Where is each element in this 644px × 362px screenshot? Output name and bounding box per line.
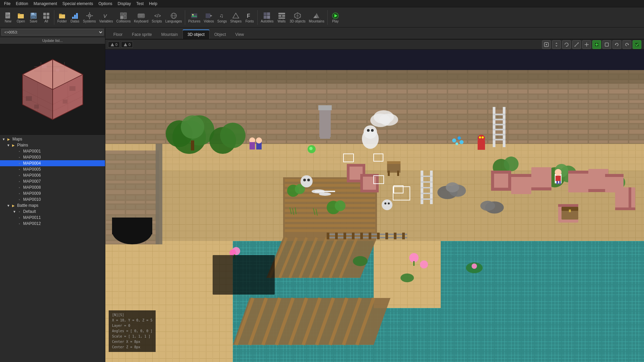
toolbar-new[interactable]: New	[2, 11, 14, 24]
tree-item-map0012[interactable]: ▪ MAP0012	[0, 221, 105, 227]
tree-map-icon-default: ▪	[17, 209, 22, 214]
edit-btn-rect[interactable]	[602, 40, 611, 49]
toolbar-walls[interactable]: Walls	[276, 11, 288, 24]
svg-text:</>: </>	[154, 13, 161, 18]
update-list-button[interactable]: Update list...	[0, 37, 105, 44]
svg-point-288	[480, 201, 495, 211]
svg-rect-190	[347, 164, 350, 182]
tree-area: ▼ ▶ Maps ▼ ▶ Plains ▪ MAP0001 ▪ MAP0003	[0, 135, 105, 362]
tree-map-icon-0007: ▪	[17, 179, 22, 183]
map-view[interactable]: [N][S] X = 10, Y = 0, Z = 5 Layer = 0 An…	[105, 50, 644, 362]
toolbar-open[interactable]: Open	[15, 11, 27, 24]
toolbar-3dobjects[interactable]: 3D objects	[288, 11, 307, 24]
tree-item-map0001[interactable]: ▪ MAP0001	[0, 148, 105, 154]
map-selector-dropdown[interactable]: <>0053:	[1, 29, 104, 36]
tree-item-map0009[interactable]: ▪ MAP0009	[0, 190, 105, 196]
edit-btn-redo[interactable]	[623, 40, 631, 49]
tab-face-sprite[interactable]: Face sprite	[127, 30, 156, 39]
svg-rect-220	[493, 114, 505, 115]
menu-file[interactable]: File	[1, 1, 13, 7]
svg-rect-316	[387, 161, 400, 164]
toolbar-pictures[interactable]: Pictures	[187, 11, 202, 24]
edit-btn-rotate[interactable]	[562, 40, 571, 49]
tree-label-map0007: MAP0007	[23, 179, 41, 184]
svg-rect-87	[34, 105, 39, 109]
toolbar-videos[interactable]: Videos	[202, 11, 215, 24]
toolbar-scripts[interactable]: </> Scripts	[150, 11, 163, 24]
toolbar-autotiles-label: Autotiles	[261, 20, 273, 23]
menu-special-elements[interactable]: Special elements	[60, 1, 96, 7]
edit-btn-scale[interactable]	[572, 40, 581, 49]
menu-options[interactable]: Options	[96, 1, 115, 7]
toolbar-songs[interactable]: ♫ Songs	[216, 11, 228, 24]
coord-x-value: 0	[115, 43, 117, 47]
tree-item-map0008[interactable]: ▪ MAP0008	[0, 184, 105, 190]
svg-rect-231	[421, 193, 433, 194]
svg-rect-212	[605, 174, 624, 177]
tree-item-map0007[interactable]: ▪ MAP0007	[0, 178, 105, 184]
toolbar-collisions[interactable]: Collisions	[115, 11, 132, 24]
edit-btn-select[interactable]	[542, 40, 551, 49]
toolbar-autotiles[interactable]: Autotiles	[259, 11, 275, 24]
edit-btn-move[interactable]	[552, 40, 561, 49]
svg-rect-306	[335, 233, 338, 239]
coord-x-display: 0	[108, 42, 120, 48]
tree-label-plains: Plains	[17, 143, 28, 147]
toolbar-sep2	[185, 10, 185, 25]
edit-btn-undo[interactable]	[612, 40, 621, 49]
tree-item-map0010[interactable]: ▪ MAP0010	[0, 196, 105, 202]
menu-bar: File Edition Management Special elements…	[0, 0, 644, 7]
preview-cube	[16, 53, 90, 126]
menu-edition[interactable]: Edition	[13, 1, 31, 7]
coord-y-value: 0	[128, 43, 130, 47]
tree-folder-default[interactable]: ▼ ▪ Default	[0, 208, 105, 215]
menu-help[interactable]: Help	[146, 1, 160, 7]
svg-point-254	[388, 202, 390, 204]
svg-rect-14	[47, 16, 49, 19]
tree-item-map0004[interactable]: ▪ MAP0004	[0, 160, 105, 166]
tree-item-map0003[interactable]: ▪ MAP0003	[0, 154, 105, 160]
tree-item-map0005[interactable]: ▪ MAP0005	[0, 166, 105, 172]
tree-root-maps[interactable]: ▼ ▶ Maps	[0, 136, 105, 142]
edit-btn-scale2[interactable]	[582, 40, 591, 49]
toolbar-all[interactable]: All	[40, 11, 52, 24]
edit-btn-draw[interactable]	[592, 40, 601, 49]
tree-item-map0011[interactable]: ▪ MAP0011	[0, 215, 105, 221]
tab-object[interactable]: Object	[210, 30, 231, 39]
tree-folder-battlemaps[interactable]: ▼ ▶ Battle maps	[0, 202, 105, 208]
toolbar-systems-label: Systems	[83, 20, 96, 23]
tab-floor[interactable]: Floor	[109, 30, 127, 39]
toolbar-folder[interactable]: Folder	[56, 11, 68, 24]
toolbar-systems[interactable]: Systems	[82, 11, 97, 24]
toolbar-open-label: Open	[17, 20, 25, 23]
svg-rect-2	[6, 15, 9, 16]
toolbar-keyboard[interactable]: Keyboard	[132, 11, 150, 24]
toolbar-save[interactable]: Save	[28, 11, 40, 24]
toolbar-play[interactable]: Play	[329, 11, 341, 24]
tab-mountain[interactable]: Mountain	[157, 30, 182, 39]
tab-view[interactable]: View	[230, 30, 249, 39]
svg-text:V: V	[103, 13, 107, 19]
tree-item-map0006[interactable]: ▪ MAP0006	[0, 172, 105, 178]
menu-display[interactable]: Display	[115, 1, 133, 7]
tree-label-maps: Maps	[12, 137, 22, 141]
edit-btn-confirm[interactable]	[633, 40, 641, 49]
toolbar-variables[interactable]: V Variables	[98, 11, 114, 24]
menu-test[interactable]: Test	[133, 1, 146, 7]
toolbar-shapes[interactable]: Shapes	[229, 11, 243, 24]
toolbar-languages[interactable]: Languages	[164, 11, 183, 24]
svg-rect-196	[376, 174, 379, 192]
svg-point-173	[181, 115, 204, 139]
svg-point-256	[555, 169, 561, 176]
tree-label-battlemaps: Battle maps	[17, 203, 38, 208]
toolbar-mountains[interactable]: Mountains	[308, 11, 326, 24]
toolbar: New Open Save All Folder Datas Syst	[0, 7, 644, 27]
toolbar-fonts[interactable]: F Fonts	[244, 11, 256, 24]
tree-folder-plains[interactable]: ▼ ▶ Plains	[0, 142, 105, 148]
tab-3d-object[interactable]: 3D object	[182, 29, 210, 39]
menu-management[interactable]: Management	[31, 1, 60, 7]
toolbar-datas[interactable]: Datas	[69, 11, 81, 24]
svg-rect-51	[267, 12, 270, 15]
svg-marker-48	[233, 13, 239, 18]
preview-area	[0, 44, 105, 135]
